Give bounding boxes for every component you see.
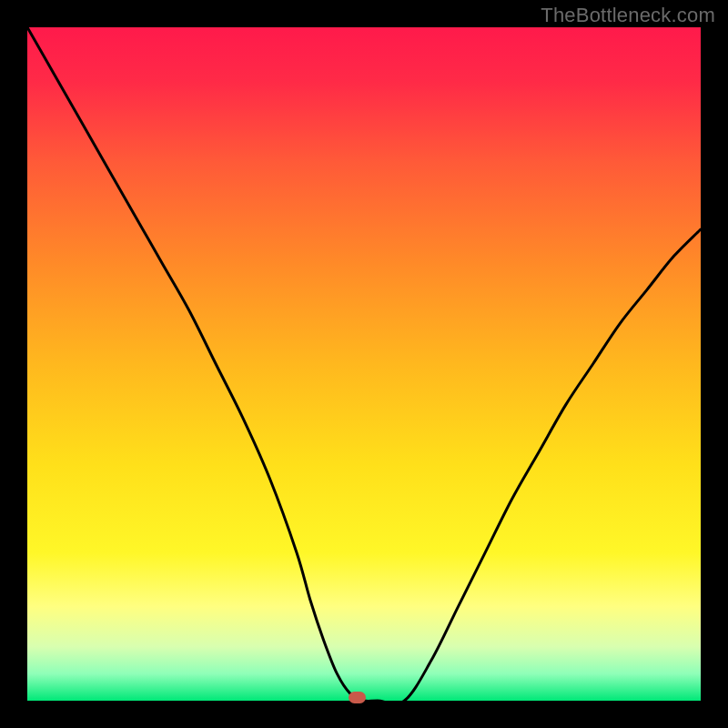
- plot-background: [27, 27, 701, 701]
- gradient-background: [27, 27, 701, 701]
- chart-frame: TheBottleneck.com: [0, 0, 728, 728]
- optimal-point-marker: [349, 692, 366, 703]
- watermark-text: TheBottleneck.com: [541, 4, 715, 27]
- svg-rect-0: [27, 27, 701, 701]
